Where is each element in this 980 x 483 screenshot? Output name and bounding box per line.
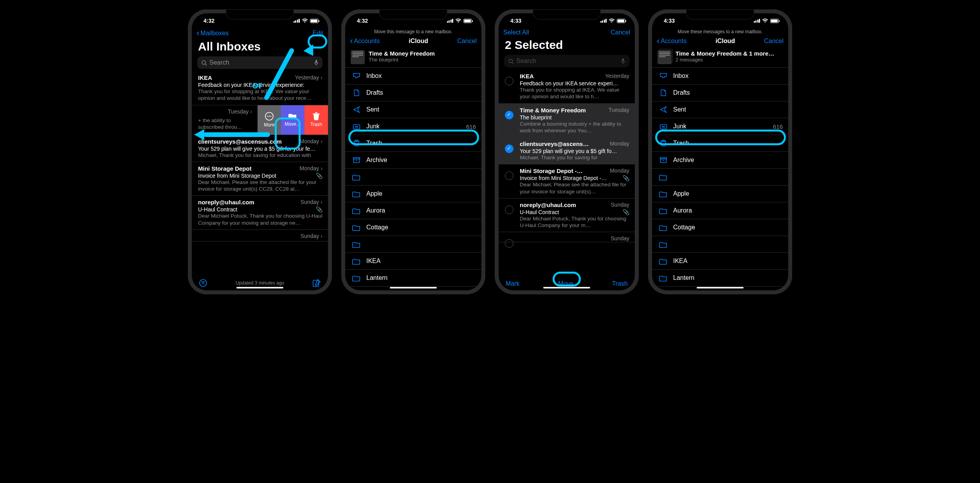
mailbox-folder[interactable] bbox=[345, 169, 481, 186]
message-card: Time & Money Freedom The blueprint bbox=[345, 47, 481, 68]
subject: Invoice from Mini Storage Depot -…📎 bbox=[520, 175, 629, 181]
list-item[interactable]: Sunday bbox=[499, 232, 635, 242]
mailbox-label: Drafts bbox=[673, 89, 690, 96]
nav-bar: ‹Accounts iCloud Cancel bbox=[652, 36, 788, 47]
mailbox-list[interactable]: InboxDraftsSentJunk616TrashArchiveAppleA… bbox=[345, 68, 481, 290]
notch bbox=[226, 9, 294, 20]
arrow-swipe-left bbox=[193, 128, 271, 140]
cancel-button[interactable]: Cancel bbox=[764, 38, 784, 45]
search-icon bbox=[201, 60, 207, 66]
mailbox-label: Apple bbox=[366, 190, 382, 197]
email-list[interactable]: IKEAYesterdayFeedback on your IKEA servi… bbox=[499, 70, 635, 276]
clock: 4:32 bbox=[204, 18, 214, 24]
move-button[interactable]: Move bbox=[558, 280, 573, 287]
mailbox-aurora[interactable]: Aurora bbox=[652, 202, 788, 219]
mailbox-cottage[interactable]: Cottage bbox=[345, 219, 481, 236]
list-item[interactable]: Mini Storage Depot Monday› Invoice from … bbox=[192, 162, 328, 196]
back-label: Accounts bbox=[354, 38, 380, 45]
subject: U-Haul Contract📎 bbox=[198, 206, 322, 213]
arrow-to-edit bbox=[270, 49, 317, 119]
select-circle[interactable] bbox=[505, 171, 513, 180]
edit-button[interactable]: Edit bbox=[312, 30, 323, 37]
list-item[interactable]: clientsurveys@ascens…MondayYour 529 plan… bbox=[499, 137, 635, 164]
list-item[interactable]: noreply@uhaul.com Sunday› U-Haul Contrac… bbox=[192, 196, 328, 230]
mailbox-apple[interactable]: Apple bbox=[652, 186, 788, 202]
mailbox-cottage[interactable]: Cottage bbox=[652, 219, 788, 236]
move-label: Move… bbox=[285, 121, 301, 127]
mailbox-sent[interactable]: Sent bbox=[345, 101, 481, 118]
list-item[interactable]: Time & Money FreedomTuesdayThe blueprint… bbox=[499, 104, 635, 138]
mailbox-label: Junk bbox=[673, 123, 686, 130]
preview: Combine a booming industry + the ability… bbox=[520, 121, 629, 134]
select-circle[interactable] bbox=[505, 205, 513, 214]
list-item[interactable]: Mini Storage Depot -…MondayInvoice from … bbox=[499, 164, 635, 198]
home-indicator[interactable] bbox=[390, 287, 437, 288]
date: Monday bbox=[610, 168, 629, 174]
mailbox-list[interactable]: InboxDraftsSentJunk616TrashArchiveAppleA… bbox=[652, 68, 788, 290]
mailbox-label: Trash bbox=[366, 140, 382, 147]
mailbox-inbox[interactable]: Inbox bbox=[652, 68, 788, 85]
list-item[interactable]: IKEAYesterdayFeedback on your IKEA servi… bbox=[499, 70, 635, 104]
home-indicator[interactable] bbox=[697, 287, 744, 288]
filter-icon[interactable] bbox=[199, 279, 207, 287]
clock: 4:33 bbox=[510, 18, 521, 24]
search-placeholder: Search bbox=[209, 59, 229, 66]
trash-button[interactable]: Trash bbox=[612, 280, 628, 287]
back-button[interactable]: ‹Accounts bbox=[657, 37, 686, 45]
mailbox-aurora[interactable]: Aurora bbox=[345, 202, 481, 219]
list-item[interactable]: noreply@uhaul.comSundayU-Haul Contract📎D… bbox=[499, 198, 635, 232]
mailbox-folder[interactable] bbox=[652, 169, 788, 186]
mailbox-drafts[interactable]: Drafts bbox=[345, 85, 481, 101]
select-all-button[interactable]: Select All bbox=[503, 29, 529, 36]
svg-point-5 bbox=[269, 116, 270, 117]
phone-2: 4:32 Move this message to a new mailbox.… bbox=[341, 9, 485, 294]
mailbox-junk[interactable]: Junk616 bbox=[345, 118, 481, 135]
date: Monday bbox=[610, 141, 629, 147]
search-icon bbox=[508, 58, 514, 64]
select-circle[interactable] bbox=[505, 111, 513, 119]
nav-title: iCloud bbox=[409, 38, 428, 45]
mailbox-inbox[interactable]: Inbox bbox=[345, 68, 481, 85]
mailbox-label: Archive bbox=[673, 157, 694, 164]
junk-count: 616 bbox=[466, 123, 476, 130]
date: Sunday bbox=[611, 202, 629, 208]
home-indicator[interactable] bbox=[236, 287, 283, 288]
mailbox-trash[interactable]: Trash bbox=[652, 135, 788, 152]
select-circle[interactable] bbox=[505, 239, 513, 248]
mailbox-trash[interactable]: Trash bbox=[345, 135, 481, 152]
mailbox-archive[interactable]: Archive bbox=[652, 152, 788, 169]
sender: IKEA bbox=[198, 74, 212, 81]
compose-icon[interactable] bbox=[312, 279, 321, 287]
home-indicator[interactable] bbox=[543, 287, 590, 288]
mailbox-lantern[interactable]: Lantern bbox=[345, 270, 481, 287]
subject: Your 529 plan will give you a $5 gift fo… bbox=[520, 148, 629, 154]
mailbox-ikea[interactable]: IKEA bbox=[652, 253, 788, 270]
mailbox-ikea[interactable]: IKEA bbox=[345, 253, 481, 270]
back-button[interactable]: ‹Accounts bbox=[350, 37, 380, 45]
date: Yesterday bbox=[605, 73, 629, 79]
preview: Dear Michael, Please see the attached fi… bbox=[520, 181, 629, 195]
select-circle[interactable] bbox=[505, 144, 513, 153]
select-circle[interactable] bbox=[505, 77, 513, 85]
mailbox-sent[interactable]: Sent bbox=[652, 101, 788, 118]
mailbox-archive[interactable]: Archive bbox=[345, 152, 481, 169]
mic-icon bbox=[621, 58, 625, 64]
cell-signal-icon bbox=[754, 19, 760, 23]
mailbox-drafts[interactable]: Drafts bbox=[652, 85, 788, 101]
cancel-button[interactable]: Cancel bbox=[457, 38, 477, 45]
page-title: 2 Selected bbox=[499, 38, 635, 55]
mailbox-folder[interactable] bbox=[345, 236, 481, 253]
attachment-icon: 📎 bbox=[316, 206, 322, 213]
mark-button[interactable]: Mark bbox=[506, 280, 520, 287]
mailbox-junk[interactable]: Junk616 bbox=[652, 118, 788, 135]
hint-bar: Move these messages to a new mailbox. bbox=[652, 28, 788, 36]
mailbox-lantern[interactable]: Lantern bbox=[652, 270, 788, 287]
list-item[interactable]: Sunday› bbox=[192, 230, 328, 242]
cancel-button[interactable]: Cancel bbox=[611, 29, 630, 36]
mailbox-apple[interactable]: Apple bbox=[345, 186, 481, 202]
mailbox-label: Cottage bbox=[366, 224, 388, 231]
preview: Dear Michael Potuck, Thank you for choos… bbox=[198, 213, 322, 226]
svg-rect-18 bbox=[622, 58, 624, 61]
mailbox-folder[interactable] bbox=[652, 236, 788, 253]
back-button[interactable]: ‹Mailboxes bbox=[196, 29, 229, 38]
